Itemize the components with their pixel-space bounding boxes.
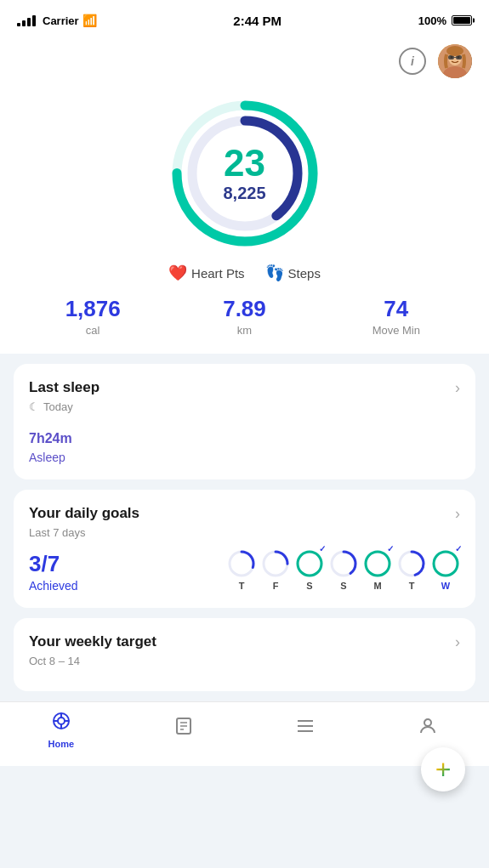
ring-section: 23 8,225 ❤️ Heart Pts 👣 Steps 1,876 cal … (0, 88, 489, 354)
km-label: km (168, 324, 320, 337)
svg-point-26 (434, 552, 458, 576)
stat-cal: 1,876 cal (17, 296, 168, 337)
header-area: i (0, 37, 489, 88)
heart-pts-value: 23 (223, 145, 265, 182)
cal-value: 1,876 (17, 296, 168, 322)
profile-icon (418, 716, 438, 741)
day-circle-5 (397, 549, 426, 578)
heart-pts-label: Heart Pts (191, 266, 245, 281)
home-label: Home (48, 739, 75, 749)
day-circle-0 (227, 549, 256, 578)
home-icon (51, 711, 71, 736)
goals-card-subtitle: Last 7 days (29, 526, 460, 539)
weekly-card[interactable]: Your weekly target › Oct 8 – 14 (14, 618, 475, 691)
goals-achieved-label: Achieved (29, 579, 78, 593)
stats-row: 1,876 cal 7.89 km 74 Move Min (0, 296, 489, 337)
activity-ring: 23 8,225 (168, 97, 321, 250)
stat-move-min: 74 Move Min (321, 296, 472, 337)
day-label-2: S (306, 581, 312, 591)
status-time: 2:44 PM (233, 14, 281, 28)
weekly-card-title: Your weekly target (29, 633, 156, 650)
sleep-card-header: Last sleep › (29, 379, 460, 397)
svg-point-8 (446, 46, 463, 56)
weekly-card-header: Your weekly target › (29, 633, 460, 651)
steps-label: Steps (288, 266, 321, 281)
day-label-5: T (409, 581, 415, 591)
move-min-label: Move Min (321, 324, 472, 337)
day-label-0: T (239, 581, 245, 591)
svg-point-18 (298, 552, 321, 576)
day-circle-4: ✓ (363, 549, 392, 578)
sleep-status: Asleep (29, 451, 460, 464)
steps-legend: 👣 Steps (265, 264, 321, 282)
scroll-area: 23 8,225 ❤️ Heart Pts 👣 Steps 1,876 cal … (0, 88, 489, 701)
sleep-duration: 7h24m (29, 422, 460, 449)
goals-left: 3/7 Achieved (29, 547, 78, 593)
sleep-card[interactable]: Last sleep › ☾ Today 7h24m Asleep (14, 364, 475, 479)
day-label-6: W (441, 581, 450, 591)
km-value: 7.89 (168, 296, 320, 322)
goals-content: 3/7 Achieved T F ✓S S (29, 547, 460, 593)
weekly-card-subtitle: Oct 8 – 14 (29, 655, 460, 667)
weekly-chevron-icon: › (455, 633, 460, 651)
svg-point-40 (424, 719, 431, 726)
battery-icon (452, 15, 472, 26)
day-col-s3: S (329, 549, 358, 591)
status-right: 100% (418, 14, 472, 27)
day-circle-3 (329, 549, 358, 578)
status-bar: Carrier 📶 2:44 PM 100% (0, 0, 489, 37)
heart-icon: ❤️ (168, 264, 187, 282)
stat-km: 7.89 km (168, 296, 320, 337)
goals-card-title: Your daily goals (29, 505, 139, 522)
day-label-4: M (373, 581, 381, 591)
day-col-f1: F (261, 549, 290, 591)
fab-plus-icon: + (435, 756, 452, 783)
avatar[interactable] (438, 44, 472, 78)
cards-area: Last sleep › ☾ Today 7h24m Asleep Your d… (0, 354, 489, 701)
svg-point-22 (366, 552, 389, 576)
signal-icon (17, 15, 36, 26)
day-label-1: F (273, 581, 279, 591)
nav-profile[interactable] (402, 716, 453, 744)
sleep-icon: ☾ (29, 400, 39, 413)
sleep-chevron-icon: › (455, 379, 460, 397)
day-col-t5: T (397, 549, 426, 591)
avatar-image (438, 44, 472, 78)
nav-journal[interactable] (158, 716, 209, 744)
day-col-m4: ✓M (363, 549, 392, 591)
carrier-label: Carrier (43, 14, 79, 27)
goals-card[interactable]: Your daily goals › Last 7 days 3/7 Achie… (14, 490, 475, 608)
bottom-nav: Home (0, 701, 489, 766)
goals-achieved-value: 3/7 (29, 551, 78, 577)
wifi-icon: 📶 (82, 14, 97, 27)
battery-percent: 100% (418, 14, 446, 27)
cal-label: cal (17, 324, 168, 337)
ring-values: 23 8,225 (223, 145, 265, 203)
svg-point-28 (58, 718, 65, 724)
browse-icon (295, 716, 316, 741)
move-min-value: 74 (321, 296, 472, 322)
steps-icon: 👣 (265, 264, 284, 282)
day-circles: T F ✓S S ✓M T (227, 549, 460, 591)
nav-home[interactable]: Home (36, 711, 87, 749)
sleep-card-title: Last sleep (29, 379, 100, 396)
day-circle-2: ✓ (295, 549, 324, 578)
ring-legend: ❤️ Heart Pts 👣 Steps (168, 264, 321, 282)
day-label-3: S (340, 581, 346, 591)
nav-browse[interactable] (280, 716, 331, 744)
goals-chevron-icon: › (455, 505, 460, 523)
day-col-t0: T (227, 549, 256, 591)
checkmark-icon: ✓ (455, 544, 462, 553)
sleep-card-subtitle: ☾ Today (29, 400, 460, 413)
steps-value: 8,225 (223, 184, 265, 203)
status-left: Carrier 📶 (17, 14, 97, 27)
day-circle-6: ✓ (431, 549, 460, 578)
goals-card-header: Your daily goals › (29, 505, 460, 523)
day-col-w6: ✓W (431, 549, 460, 591)
day-circle-1 (261, 549, 290, 578)
day-col-s2: ✓S (295, 549, 324, 591)
info-button[interactable]: i (399, 48, 426, 75)
fab-button[interactable]: + (421, 747, 465, 791)
journal-icon (173, 716, 194, 741)
checkmark-icon: ✓ (387, 544, 394, 553)
